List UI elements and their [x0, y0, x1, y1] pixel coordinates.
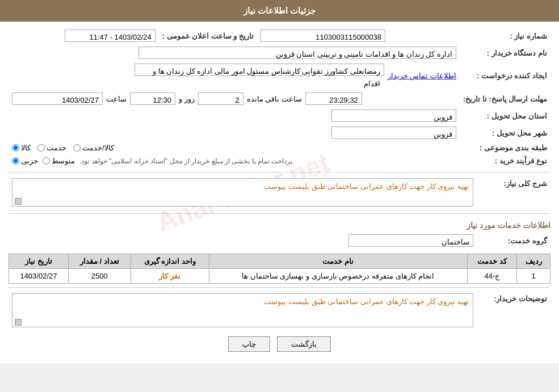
label-khedmat: خدمت — [47, 144, 66, 152]
info-row-deadline: مهلت ارسال پاسخ: تا تاریخ: 23:29:32 ساعت… — [9, 90, 550, 107]
hours-label: ساعت باقی مانده — [247, 95, 302, 103]
label-need-number: شماره نیاز : — [460, 27, 550, 44]
delivery-province-value: قزوین — [331, 109, 456, 122]
info-row-province: استان محل تحویل : قزوین — [9, 107, 550, 124]
contact-info-link[interactable]: اطلاعات تماس خریدار — [388, 71, 456, 80]
label-buyer-desc: توضیحات خریدار: — [477, 291, 550, 330]
services-section-title: اطلاعات خدمات مورد نیاز — [9, 217, 550, 232]
info-row-category: طبقه بندی موضوعی : کالا/خدمت خدمت کالا — [9, 141, 550, 154]
deadline-days-value: 2 — [198, 92, 243, 105]
radio-khedmat[interactable]: خدمت — [37, 144, 66, 152]
col-header-code: کد خدمت — [467, 254, 517, 269]
label-buyer-org: نام دستگاه خریدار : — [460, 44, 550, 61]
services-table-head: ردیف کد خدمت نام خدمت واحد اندازه گیری ت… — [9, 254, 550, 269]
radio-kala-khedmat[interactable]: کالا/خدمت — [73, 144, 114, 152]
service-group-table: گروه خدمت: ساختمان — [9, 232, 550, 249]
col-header-row: ردیف — [517, 254, 550, 269]
label-kala-khedmat: کالا/خدمت — [82, 144, 114, 152]
info-table: شماره نیاز : 1103003115000038 تاریخ و سا… — [9, 27, 550, 167]
radio-input-khedmat[interactable] — [37, 144, 45, 151]
print-button[interactable]: چاپ — [228, 336, 270, 352]
page-title: جزئیات اطلاعات نیاز — [243, 6, 316, 15]
page-header: جزئیات اطلاعات نیاز — [0, 0, 559, 22]
overall-desc-box: تهیه نیروی کار جهت کارهای عمرانی ساختمان… — [12, 178, 473, 206]
created-by-value: رمضانعلی کشاورز تقوایی کارشناس مسئول امو… — [135, 64, 384, 76]
services-section: اطلاعات خدمات مورد نیاز گروه خدمت: ساختم… — [9, 217, 550, 284]
buyer-desc-text: تهیه نیروی کار جهت کارهای عمرانی ساختمان… — [264, 297, 469, 306]
divider-1 — [9, 172, 550, 172]
service-group-row: گروه خدمت: ساختمان — [9, 232, 550, 249]
deadline-date-value: 1403/02/27 — [12, 92, 103, 105]
content-area: شماره نیاز : 1103003115000038 تاریخ و سا… — [0, 22, 559, 363]
deadline-row: 23:29:32 ساعت باقی مانده 2 روز و 12:30 س… — [12, 92, 456, 105]
need-number-row: 1103003115000038 — [260, 29, 456, 42]
label-motavasset: متوسط — [52, 157, 75, 165]
radio-motavasset[interactable]: متوسط — [43, 157, 75, 165]
radio-input-kala-khedmat[interactable] — [73, 144, 81, 151]
description-table: شرح کلی نیاز: AnaFinder.net تهیه نیروی ک… — [9, 176, 550, 209]
category-radio-group: کالا/خدمت خدمت کالا — [12, 144, 456, 152]
radio-jozee[interactable]: جزیی — [12, 157, 38, 165]
info-row-process: نوع فرآیند خرید : پرداخت تمام یا بخشی از… — [9, 154, 550, 167]
label-kala: کالا — [21, 144, 31, 152]
col-header-name: نام خدمت — [209, 254, 467, 269]
time-label: ساعت — [106, 95, 127, 103]
public-datetime-value: 1403/02/24 - 11:47 — [65, 29, 155, 42]
cell-unit: نفر کار — [131, 269, 209, 284]
services-data-table: ردیف کد خدمت نام خدمت واحد اندازه گیری ت… — [9, 254, 550, 284]
col-header-qty: تعداد / مقدار — [68, 254, 131, 269]
label-delivery-city: شهر محل تحویل : — [460, 124, 550, 141]
overall-desc-row: شرح کلی نیاز: AnaFinder.net تهیه نیروی ک… — [9, 176, 550, 209]
radio-input-motavasset[interactable] — [43, 157, 50, 165]
buyer-desc-box: تهیه نیروی کار جهت کارهای عمرانی ساختمان… — [12, 293, 473, 327]
buyer-desc-row: توضیحات خریدار: تهیه نیروی کار جهت کارها… — [9, 291, 550, 330]
days-label: روز و — [179, 95, 195, 103]
created-by-row: اطلاعات تماس خریدار رمضانعلی کشاورز تقوا… — [12, 64, 456, 88]
delivery-city-value: قزوین — [331, 127, 456, 139]
info-row-need-number: شماره نیاز : 1103003115000038 تاریخ و سا… — [9, 27, 550, 44]
buttons-row: بازگشت چاپ — [9, 336, 550, 352]
service-group-value: ساختمان — [348, 234, 473, 247]
overall-desc-text: تهیه نیروی کار جهت کارهای عمرانی ساختمان… — [264, 182, 469, 191]
services-table-body: 1 ج-44 انجام کارهای متفرقه درخصوص بازساز… — [9, 269, 550, 284]
info-row-created-by: ایجاد کننده درخواست : اطلاعات تماس خریدا… — [9, 61, 550, 90]
label-created-by: ایجاد کننده درخواست : — [460, 61, 550, 90]
col-header-unit: واحد اندازه گیری — [131, 254, 209, 269]
cell-code: ج-44 — [467, 269, 517, 284]
label-delivery-province: استان محل تحویل : — [460, 107, 550, 124]
label-service-group: گروه خدمت: — [477, 232, 550, 249]
label-send-deadline: مهلت ارسال پاسخ: تا تاریخ: — [460, 90, 550, 107]
need-number-value: 1103003115000038 — [260, 29, 385, 42]
info-row-city: شهر محل تحویل : قزوین — [9, 124, 550, 141]
table-row: 1 ج-44 انجام کارهای متفرقه درخصوص بازساز… — [9, 269, 550, 284]
remaining-time-value: 23:29:32 — [305, 92, 362, 105]
divider-2 — [9, 213, 550, 214]
overall-desc-area: AnaFinder.net تهیه نیروی کار جهت کارهای … — [12, 178, 473, 206]
info-row-buyer-org: نام دستگاه خریدار : اداره کل زندان ها و … — [9, 44, 550, 61]
radio-input-jozee[interactable] — [12, 157, 19, 165]
label-category: طبقه بندی موضوعی : — [460, 141, 550, 154]
process-type-row: پرداخت تمام یا بخشی از مبلغ خریدار از مح… — [12, 157, 456, 165]
cell-row: 1 — [517, 269, 550, 284]
label-jozee: جزیی — [21, 157, 38, 165]
cell-name: انجام کارهای متفرقه درخصوص بازسازی و بهس… — [209, 269, 467, 284]
services-header-row: ردیف کد خدمت نام خدمت واحد اندازه گیری ت… — [9, 254, 550, 269]
page-wrapper: جزئیات اطلاعات نیاز شماره نیاز : 1103003… — [0, 0, 559, 363]
process-note: پرداخت تمام یا بخشی از مبلغ خریدار از مح… — [79, 157, 292, 165]
cell-qty: 2500 — [68, 269, 131, 284]
buyer-org-value: اداره کل زندان ها و اقدامات تامینی و ترب… — [138, 47, 456, 59]
buyer-desc-table: توضیحات خریدار: تهیه نیروی کار جهت کارها… — [9, 291, 550, 330]
label-overall-desc: شرح کلی نیاز: — [477, 176, 550, 209]
label-process-type: نوع فرآیند خرید : — [460, 154, 550, 167]
cell-date: 1403/02/27 — [9, 269, 69, 284]
deadline-time-value: 12:30 — [130, 92, 175, 105]
radio-input-kala[interactable] — [12, 144, 19, 151]
label-public-datetime: تاریخ و ساعت اعلان عمومی : — [159, 27, 257, 44]
divider-3 — [9, 287, 550, 288]
col-header-date: تاریخ نیاز — [9, 254, 69, 269]
radio-kala[interactable]: کالا — [12, 144, 31, 152]
back-button[interactable]: بازگشت — [277, 336, 331, 352]
